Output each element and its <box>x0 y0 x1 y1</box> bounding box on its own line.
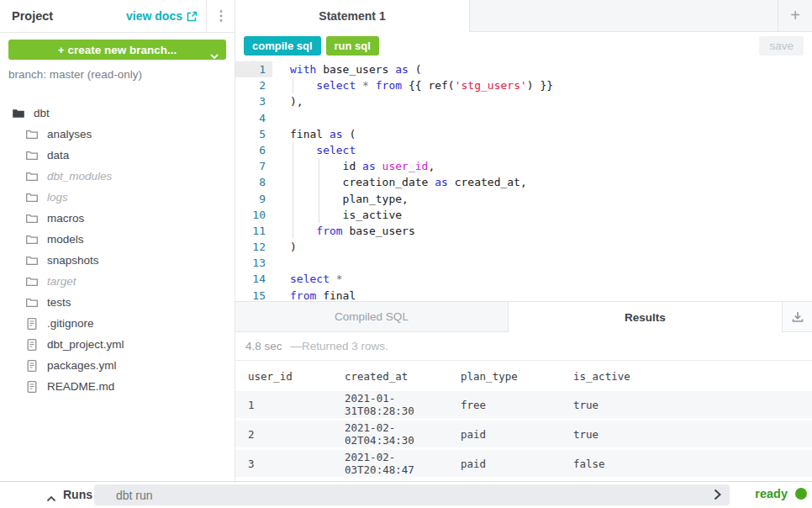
line-number: 12 <box>235 239 272 255</box>
code-text: select <box>290 142 356 158</box>
tree-item-dbt-project-yml[interactable]: dbt_project.yml <box>0 334 235 355</box>
table-cell: paid <box>448 421 561 447</box>
tree-item-tests[interactable]: tests <box>0 292 235 313</box>
tree-item-macros[interactable]: macros <box>0 208 235 229</box>
line-number: 2 <box>235 77 272 93</box>
table-row-3: 32021-02-03T20:48:47paidfalse <box>235 450 812 477</box>
save-button[interactable]: save <box>759 36 804 56</box>
sidebar-header: Project view docs <box>0 0 235 33</box>
code-text: creation_date as created_at, <box>290 174 527 190</box>
tree-item-label: snapshots <box>47 254 99 267</box>
tab-results[interactable]: Results <box>509 302 782 332</box>
folder-icon <box>25 296 39 310</box>
code-line-9[interactable]: 9 plan_type, <box>235 191 812 207</box>
code-editor[interactable]: 1with base_users as (2 select * from {{ … <box>235 59 812 301</box>
tree-item-packages-yml[interactable]: packages.yml <box>0 355 235 376</box>
column-header-user_id: user_id <box>235 363 332 389</box>
table-row-1: 12021-01-31T08:28:30freetrue <box>235 391 812 418</box>
code-line-12[interactable]: 12) <box>235 239 812 255</box>
tree-item-data[interactable]: data <box>0 145 235 166</box>
query-duration: 4.8 sec <box>245 340 282 352</box>
table-cell: false <box>561 450 812 477</box>
line-number: 4 <box>235 110 272 126</box>
tab-compiled-sql[interactable]: Compiled SQL <box>235 302 509 332</box>
tree-item-label: data <box>47 149 69 161</box>
code-text: with base_users as ( <box>290 61 422 77</box>
code-line-14[interactable]: 14select * <box>235 271 812 287</box>
folder-icon <box>25 128 39 141</box>
tree-item-dbt[interactable]: dbt <box>0 103 235 124</box>
code-text: is_active <box>290 207 402 223</box>
folder-icon <box>25 254 39 267</box>
table-cell: true <box>561 421 812 447</box>
compile-sql-button[interactable]: compile sql <box>244 36 321 56</box>
folder-icon <box>25 170 39 183</box>
new-tab-button[interactable]: + <box>778 0 812 32</box>
code-line-15[interactable]: 15from final <box>235 288 812 301</box>
tree-item-label: macros <box>47 212 84 225</box>
code-line-6[interactable]: 6 select <box>235 142 812 158</box>
column-header-plan_type: plan_type <box>448 363 561 389</box>
line-number: 7 <box>235 158 272 174</box>
tree-item-logs[interactable]: logs <box>0 187 235 208</box>
tree-item-models[interactable]: models <box>0 229 235 250</box>
tree-item-label: dbt_project.yml <box>47 338 124 351</box>
file-icon <box>25 380 39 394</box>
code-line-8[interactable]: 8 creation_date as created_at, <box>235 174 812 190</box>
folder-icon <box>25 275 39 288</box>
external-link-icon <box>187 11 198 22</box>
chevron-right-icon[interactable] <box>714 489 721 504</box>
dbt-ide-window: Project view docs <box>0 0 812 508</box>
code-text: id as user_id, <box>290 158 435 174</box>
download-results-button[interactable] <box>782 302 812 332</box>
line-number: 8 <box>235 174 272 190</box>
chevron-down-icon[interactable] <box>210 47 219 62</box>
indent-guide <box>293 77 293 93</box>
tree-item-label: dbt <box>34 107 50 119</box>
editor-tabbar: Statement 1 + <box>235 0 812 32</box>
file-icon <box>25 359 39 373</box>
run-command-input[interactable] <box>94 484 730 505</box>
view-docs-link[interactable]: view docs <box>126 9 206 23</box>
tree-item-target[interactable]: target <box>0 271 235 292</box>
file-tree: dbtanalysesdatadbt_moduleslogsmacrosmode… <box>0 103 235 397</box>
file-icon <box>25 317 39 331</box>
code-line-11[interactable]: 11 from base_users <box>235 223 812 239</box>
code-line-4[interactable]: 4 <box>235 110 812 126</box>
tree-item-readme-md[interactable]: README.md <box>0 376 235 397</box>
view-docs-label: view docs <box>126 9 182 23</box>
code-line-13[interactable]: 13 <box>235 255 812 271</box>
code-text: ), <box>290 93 303 109</box>
editor-area: Statement 1 + compile sql run sql save 1… <box>235 0 812 481</box>
line-number: 6 <box>235 142 272 158</box>
download-icon <box>791 310 804 324</box>
file-icon <box>25 338 39 352</box>
code-line-1[interactable]: 1with base_users as ( <box>235 61 812 77</box>
line-number: 14 <box>235 271 272 287</box>
chevron-up-icon[interactable] <box>46 490 56 505</box>
results-panel: Compiled SQL Results 4.8 sec —Returned 3… <box>235 301 812 481</box>
create-branch-button[interactable]: + create new branch... <box>8 40 226 60</box>
code-line-3[interactable]: 3), <box>235 93 812 109</box>
runs-label[interactable]: Runs <box>63 488 92 501</box>
branch-status: branch: master (read-only) <box>8 68 235 81</box>
column-header-is_active: is_active <box>561 363 812 389</box>
code-line-7[interactable]: 7 id as user_id, <box>235 158 812 174</box>
table-cell: 1 <box>235 391 332 418</box>
folder-icon <box>25 233 39 246</box>
tree-item-dbt-modules[interactable]: dbt_modules <box>0 166 235 187</box>
code-lines: 1with base_users as (2 select * from {{ … <box>235 59 812 301</box>
tree-item-snapshots[interactable]: snapshots <box>0 250 235 271</box>
folder-icon <box>25 191 39 204</box>
code-line-2[interactable]: 2 select * from {{ ref('stg_users') }} <box>235 77 812 93</box>
tree-item-gitignore[interactable]: .gitignore <box>0 313 235 334</box>
run-sql-button[interactable]: run sql <box>326 36 379 56</box>
code-text: ) <box>290 239 297 255</box>
table-cell: 2021-02-03T20:48:47 <box>332 450 448 477</box>
code-line-10[interactable]: 10 is_active <box>235 207 812 223</box>
code-line-5[interactable]: 5final as ( <box>235 126 812 142</box>
tab-statement-1[interactable]: Statement 1 <box>235 0 470 32</box>
sidebar-menu-button[interactable] <box>206 0 235 32</box>
line-number: 11 <box>235 223 272 239</box>
tree-item-analyses[interactable]: analyses <box>0 124 235 145</box>
